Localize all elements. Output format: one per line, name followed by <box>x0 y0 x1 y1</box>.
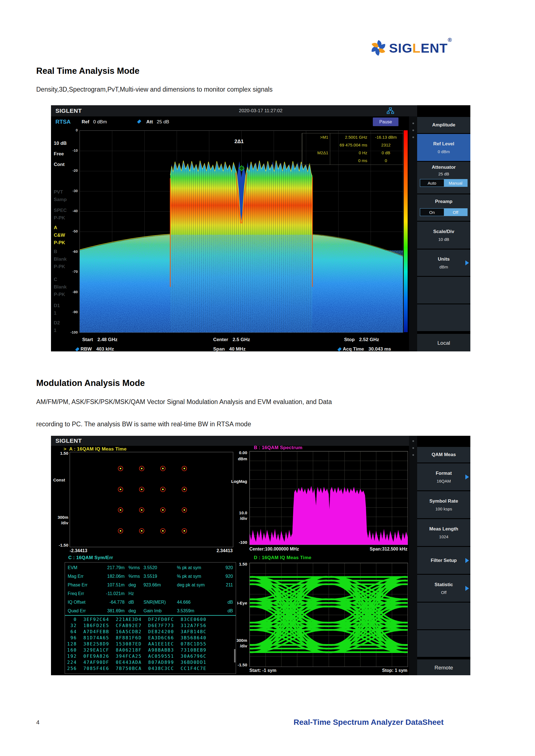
hex-row: 64 A7D4FEBB 16A5CDB2 DE824200 3AFB14BC <box>65 629 236 635</box>
constellation-symbol <box>160 507 165 513</box>
acq-time-readout[interactable]: Acq Time30.043 ms <box>338 346 391 351</box>
logo-wordmark: SIGLENT® <box>389 41 452 55</box>
softkey-empty-2 <box>417 304 470 331</box>
datasheet-page: SIGLENT® Real Time Analysis Mode Density… <box>0 0 535 756</box>
att-label: Att <box>146 119 153 125</box>
softkey-empty-1 <box>417 277 470 304</box>
marker-y-value: -16.13 dBm <box>369 133 403 141</box>
d-scale-unit: /div <box>232 643 247 648</box>
softkey-symbol-rate[interactable]: Symbol Rate100 ksps <box>417 491 470 518</box>
d-axis-label: I-Eye <box>229 601 247 605</box>
trace-d1-labels: D11 <box>54 302 60 317</box>
trace-pvt-labels: PVTSamp <box>54 188 67 203</box>
hex-row: 224 47AF90DF 0E443ADA 807AD899 36BD0DD1 <box>65 660 236 665</box>
preamp-toggle[interactable]: On Off <box>420 208 467 216</box>
trace-d2-labels: D21 <box>54 319 60 334</box>
stop-freq[interactable]: Stop2.52 GHz <box>344 337 379 342</box>
hex-row: 0 3EF92C64 221AE3D4 DF2FD0FC 83CE0600 <box>65 616 236 623</box>
preamp-on-option[interactable]: On <box>420 208 444 216</box>
constellation-symbol <box>160 466 165 471</box>
hex-row: 32 1B6FD2E5 CFAB92E7 D6E7F773 312A7F56 <box>65 623 236 629</box>
section2-line1: AM/FM/PM, ASK/FSK/PSK/MSK/QAM Vector Sig… <box>36 398 332 406</box>
hex-row: 96 81D74A65 8F881F6D EA3D6C66 3B568640 <box>65 635 236 641</box>
panel-a-title: > A : 16QAM IQ Meas Time <box>64 446 127 452</box>
remote-button[interactable]: Remote <box>417 659 470 675</box>
hex-scrollbar[interactable] <box>234 649 236 662</box>
local-button[interactable]: Local <box>417 333 470 351</box>
panel-b-title: B : 16QAM Spectrum <box>254 445 303 450</box>
density-colorbar <box>404 130 408 332</box>
constellation-symbol <box>182 466 187 471</box>
b-scale-label: 10.0 <box>232 510 247 515</box>
marker-table: >M12.5001 GHz-16.13 dBm 69 475.004 ms231… <box>302 133 403 165</box>
trace-c-labels: CBlankP-PK <box>54 276 67 298</box>
att-value: 25 dB <box>157 119 169 125</box>
ref-level-readout[interactable]: Ref 0 dBm <box>82 119 107 125</box>
b-span-label: Span:312.500 kHz <box>370 547 408 552</box>
error-stats-table: EVM217.79m%rms 3.5520% pk at sym920 Mag … <box>65 562 236 615</box>
menu-grip[interactable] <box>409 116 417 351</box>
softkey-meas-length[interactable]: Meas Length1024 <box>417 519 470 546</box>
submenu-arrow-icon <box>465 558 469 563</box>
d-x-axis: Start: -1 sym Stop: 1 sym <box>249 668 408 673</box>
eye-svg <box>250 563 408 667</box>
attenuator-toggle[interactable]: Auto Manual <box>420 179 467 187</box>
hex-row: 256 7085F4E6 7B750BCA 0438C3CC CC1F4C7E <box>65 665 236 672</box>
softkey-empty-2 <box>417 630 470 657</box>
constellation-symbol <box>160 487 165 492</box>
qam-meas-menu: QAM Meas Format16QAM Symbol Rate100 ksps… <box>417 436 470 675</box>
b-ymax-label: 0.00 <box>232 450 247 455</box>
constellation-points <box>70 452 233 547</box>
a-xmin-label: -2.34413 <box>70 548 87 553</box>
b-axis-label: LogMag <box>227 479 247 484</box>
menu-title: Amplitude <box>417 117 470 133</box>
hex-row: 192 0FE9A826 394FCA25 AC059551 30A6796C <box>65 653 236 660</box>
softkey-attenuator[interactable]: Attenuator25 dB Auto Manual <box>417 162 470 194</box>
marker-name <box>302 157 330 165</box>
menu-grip[interactable] <box>409 436 417 675</box>
softkey-units[interactable]: UnitsdBm <box>417 250 470 276</box>
softkey-statistic[interactable]: StatisticOff <box>417 575 470 602</box>
acq-value: 30.043 ms <box>368 346 391 351</box>
start-freq[interactable]: Start2.48 GHz <box>82 337 118 342</box>
d-stop-label: Stop: 1 sym <box>382 668 408 673</box>
menu-grip-dots <box>412 122 414 124</box>
marker-name: >M1 <box>302 133 330 141</box>
page-number: 4 <box>36 719 40 726</box>
panel-d-title: D : 16QAM IQ Meas Time <box>254 555 312 560</box>
diamond-icon <box>75 347 80 351</box>
diamond-icon <box>137 120 142 124</box>
constellation-symbol <box>139 507 144 513</box>
softkey-scale-div[interactable]: Scale/Div10 dB <box>417 222 470 249</box>
constellation-symbol <box>118 528 123 533</box>
marker-x-value: 69 475.004 ms <box>330 141 369 149</box>
preamp-off-option[interactable]: Off <box>444 208 467 216</box>
a-axis-label: Const <box>53 477 65 482</box>
a-x-axis: -2.34413 2.34413 <box>70 548 233 553</box>
d-start-label: Start: -1 sym <box>249 668 276 673</box>
softkey-ref-level[interactable]: Ref Level0 dBm <box>417 134 470 161</box>
sym-err-box: EVM217.79m%rms 3.5520% pk at sym920 Mag … <box>65 562 236 674</box>
panel-c-title: C : 16QAM Sym/Err <box>68 555 113 560</box>
error-stat-row: EVM217.79m%rms 3.5520% pk at sym920 <box>65 563 236 572</box>
constellation-symbol <box>182 507 187 513</box>
center-freq[interactable]: Center2.5 GHz <box>213 337 250 342</box>
constellation-symbol <box>139 487 144 492</box>
menu-grip-dots <box>412 440 414 442</box>
rbw-readout[interactable]: RBW403 kHz <box>76 346 114 351</box>
attenuation-readout[interactable]: Att 25 dB <box>138 119 169 125</box>
a-ymin-label: -1.50 <box>54 543 68 548</box>
attenuator-auto-option[interactable]: Auto <box>420 179 444 187</box>
attenuator-manual-option[interactable]: Manual <box>444 179 467 187</box>
pause-button[interactable]: Pause <box>373 118 399 126</box>
constellation-symbol <box>182 528 187 533</box>
symbol-hex-dump[interactable]: 0 3EF92C64 221AE3D4 DF2FD0FC 83CE0600 32… <box>65 615 236 672</box>
qam-screenshot: SIGLENT > A : 16QAM IQ Meas Time 1.50 Co… <box>51 436 470 675</box>
span-label: Span <box>213 346 225 351</box>
section2-title: Modulation Analysis Mode <box>36 378 145 388</box>
span-readout[interactable]: Span40 MHz <box>213 346 245 351</box>
marker-x-value: 0 Hz <box>330 149 369 157</box>
softkey-filter-setup[interactable]: Filter Setup <box>417 547 470 574</box>
softkey-format[interactable]: Format16QAM <box>417 463 470 490</box>
softkey-preamp[interactable]: Preamp On Off <box>417 194 470 221</box>
